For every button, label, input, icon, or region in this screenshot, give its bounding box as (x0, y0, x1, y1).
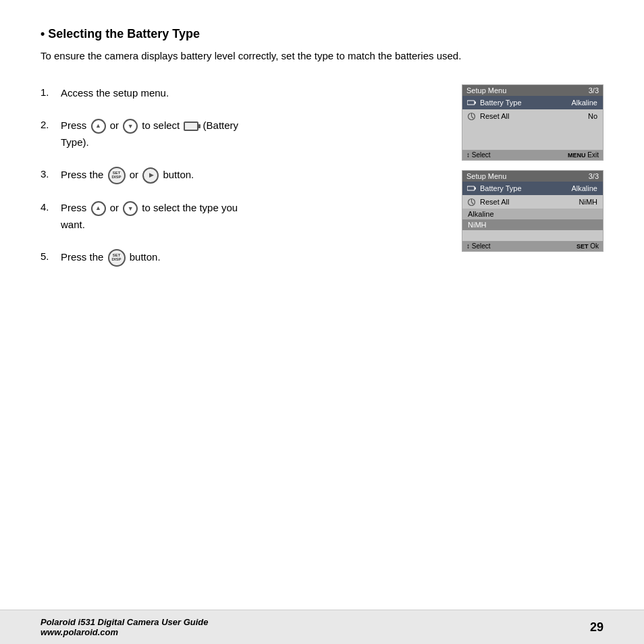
step-3: 3. Press the SETDISP or button. (41, 166, 441, 184)
intro-text: To ensure the camera displays battery le… (41, 48, 603, 64)
steps-list: 1. Access the setup menu. 2. Press or to… (41, 84, 441, 281)
screen-1: Setup Menu 3/3 Battery Type Alkaline (462, 84, 603, 161)
screen-1-battery-label: Battery Type (480, 97, 568, 108)
section-title: Selecting the Battery Type (41, 27, 603, 41)
right-button-icon (142, 167, 159, 184)
screen-1-rows: Battery Type Alkaline Reset All No (462, 96, 603, 150)
screen-2-rows: Battery Type Alkaline Reset All NiM (462, 182, 603, 241)
svg-line-9 (471, 202, 473, 204)
battery-row-icon (465, 98, 477, 107)
option-list: Alkaline NiMH (462, 209, 603, 230)
page-content: Selecting the Battery Type To ensure the… (0, 0, 644, 281)
step-3-content: Press the SETDISP or button. (61, 166, 194, 184)
screen-2-battery-label: Battery Type (480, 183, 568, 194)
step-1: 1. Access the setup menu. (41, 84, 441, 102)
page-footer: Polaroid i531 Digital Camera User Guide … (0, 610, 644, 644)
set-button-icon-5: SETDISP (108, 249, 126, 267)
svg-rect-5 (467, 186, 475, 190)
screen-1-footer: ↕ Select MENU Exit (462, 150, 603, 160)
svg-rect-1 (475, 102, 476, 104)
battery-button-icon (184, 122, 198, 131)
screen-1-header: Setup Menu 3/3 (462, 85, 603, 96)
screen-2-footer-ok: SET Ok (576, 242, 599, 250)
screen-2-reset-value: NiMH (576, 196, 603, 207)
screen-1-row-battery: Battery Type Alkaline (462, 96, 603, 109)
down-button-icon (123, 119, 138, 134)
screen-1-title: Setup Menu (466, 86, 506, 95)
step-2-content: Press or to select (Battery Type). (61, 117, 238, 151)
footer-left: Polaroid i531 Digital Camera User Guide … (41, 617, 209, 637)
svg-rect-6 (475, 188, 476, 190)
option-alkaline: Alkaline (462, 209, 603, 219)
option-nimh: NiMH (462, 219, 603, 230)
screen-1-battery-value: Alkaline (568, 97, 603, 108)
steps-area: 1. Access the setup menu. 2. Press or to… (41, 84, 603, 281)
screen-1-reset-label: Reset All (480, 111, 585, 122)
screen-2-spacer (462, 230, 603, 241)
screen-2-page: 3/3 (589, 172, 599, 180)
screen-1-footer-exit: MENU Exit (568, 151, 599, 159)
screens-area: Setup Menu 3/3 Battery Type Alkaline (462, 84, 603, 252)
screen-2-row-reset: Reset All NiMH (462, 195, 603, 209)
screen-2-reset-label: Reset All (480, 196, 576, 207)
reset-row-icon (465, 111, 477, 121)
step-4: 4. Press or to select the type you want. (41, 199, 441, 234)
footer-page-number: 29 (590, 620, 603, 635)
svg-rect-0 (467, 101, 475, 105)
up-button-icon (91, 119, 106, 134)
screen-2-battery-value: Alkaline (568, 183, 603, 194)
step-5-number: 5. (41, 248, 61, 265)
step-2-number: 2. (41, 117, 61, 133)
screen-2-row-battery: Battery Type Alkaline (462, 182, 603, 195)
screen-1-row-reset: Reset All No (462, 109, 603, 123)
down-button-icon-4 (123, 201, 138, 216)
reset-row-icon-2 (465, 197, 477, 207)
screen-1-page: 3/3 (589, 86, 599, 95)
screen-2-header: Setup Menu 3/3 (462, 171, 603, 182)
footer-line2: www.polaroid.com (41, 627, 209, 637)
screen-1-footer-select: ↕ Select (466, 151, 491, 159)
step-3-number: 3. (41, 166, 61, 182)
step-4-number: 4. (41, 199, 61, 215)
step-1-number: 1. (41, 84, 61, 101)
step-4-content: Press or to select the type you want. (61, 199, 238, 234)
svg-line-4 (471, 116, 473, 118)
battery-row-icon-2 (465, 184, 477, 193)
up-button-icon-4 (91, 201, 106, 216)
step-5: 5. Press the SETDISP button. (41, 248, 441, 267)
screen-1-spacer (462, 123, 603, 150)
screen-2-title: Setup Menu (466, 172, 506, 180)
screen-2-footer-select: ↕ Select (466, 242, 491, 250)
footer-line1: Polaroid i531 Digital Camera User Guide (41, 617, 209, 627)
step-5-content: Press the SETDISP button. (61, 248, 161, 267)
screen-2-footer: ↕ Select SET Ok (462, 241, 603, 251)
screen-1-reset-value: No (585, 111, 603, 122)
step-1-content: Access the setup menu. (61, 84, 169, 102)
step-2: 2. Press or to select (Battery Type). (41, 117, 441, 151)
screen-2: Setup Menu 3/3 Battery Type Alkaline (462, 170, 603, 252)
set-button-icon-3: SETDISP (108, 167, 126, 184)
